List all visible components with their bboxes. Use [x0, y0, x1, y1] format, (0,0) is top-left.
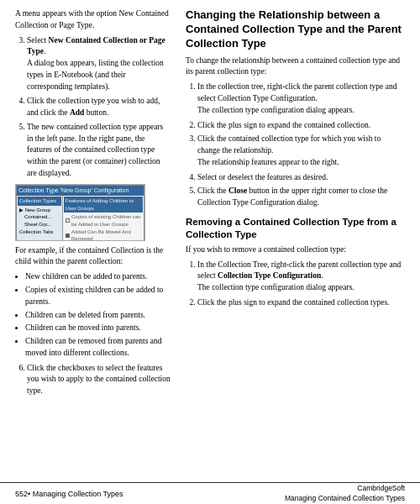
right-step2-1-sub: The collection type configuration dialog… [197, 282, 405, 294]
right-step-1-text: In the collection tree, right-click the … [197, 82, 396, 102]
right-step-1-sub: The collection type configuration dialog… [197, 105, 405, 117]
right-h3: Removing a Contained Collection Type fro… [186, 216, 405, 241]
step-3-text: Select New Contained Collection or Page … [27, 36, 165, 56]
bullet-3: Children can be deleted from parents. [25, 310, 171, 322]
left-step6-list: Click the checkboxes to select the featu… [15, 363, 171, 397]
step-3: Select New Contained Collection or Page … [27, 35, 171, 93]
bullet-5: Children can be removed from parents and… [25, 336, 171, 360]
left-column: A menu appears with the option New Conta… [15, 8, 179, 479]
right-step2-2: Click the plus sign to expand the contai… [197, 297, 405, 309]
content-area: A menu appears with the option New Conta… [0, 0, 420, 479]
ss-item-2: Contained... [18, 213, 61, 221]
step-5-text: The new contained collection type appear… [27, 123, 163, 177]
right-h3-intro: If you wish to remove a contained collec… [186, 244, 405, 256]
example-intro: For example, if the contained Collection… [15, 245, 171, 269]
step-5: The new contained collection type appear… [27, 122, 171, 180]
right-step2-1-text: In the Collection Tree, right-click the … [197, 260, 401, 281]
page-footer: 552• Managing Collection Types Cambridge… [0, 482, 420, 504]
right-steps-list: In the collection tree, right-click the … [186, 81, 405, 209]
footer-section: Managing Contained Collection Types [285, 494, 405, 503]
ss-item-1: ▶ New Group [18, 207, 61, 214]
ss-left-header: Collection Types [18, 197, 61, 206]
right-step-5: Click the Close button in the upper righ… [197, 186, 405, 209]
ss-titlebar: Collection Type 'New Group' Configuratio… [17, 186, 144, 196]
left-steps-list: Select New Contained Collection or Page … [15, 35, 171, 180]
step-4: Click the collection type you wish to ad… [27, 96, 171, 119]
right-step2-2-text: Click the plus sign to expand the contai… [197, 298, 389, 307]
screenshot-box: Collection Type 'New Group' Configuratio… [15, 184, 145, 241]
bullet-4: Children can be moved into parents. [25, 323, 171, 334]
page: A menu appears with the option New Conta… [0, 0, 420, 504]
right-step-4: Select or deselect the features as desir… [197, 172, 405, 184]
bullet-1: New children can be added to parents. [25, 271, 171, 283]
bullets-list: New children can be added to parents. Co… [15, 271, 171, 359]
right-heading: Changing the Relationship between a Cont… [186, 8, 405, 51]
right-step-3-text: Click the contained collection type for … [197, 134, 381, 155]
step-3-detail: A dialog box appears, listing the collec… [27, 58, 171, 92]
right-step-3-sub: The relationship features appear to the … [197, 157, 405, 169]
right-column: Changing the Relationship between a Cont… [179, 8, 405, 479]
right-step-1: In the collection tree, right-click the … [197, 81, 405, 116]
footer-left: 552• Managing Collection Types [15, 490, 123, 498]
step-6: Click the checkboxes to select the featu… [27, 363, 171, 397]
bullet-2: Copies of existing children can be added… [25, 285, 171, 308]
step-4-text: Click the collection type you wish to ad… [27, 97, 160, 117]
screenshot-inner: Collection Type 'New Group' Configuratio… [16, 185, 144, 240]
right-step-4-text: Select or deselect the features as desir… [197, 173, 328, 181]
ss-right-header: Features of Adding Children to User Grou… [64, 197, 143, 213]
right-step-2: Click the plus sign to expand the contai… [197, 120, 405, 132]
ss-item-4: Collection Tabs [18, 228, 61, 236]
right-intro: To change the relationship between a con… [186, 55, 405, 79]
right-step-2-text: Click the plus sign to expand the contai… [197, 121, 370, 129]
footer-company: CambridgeSoft [285, 484, 405, 493]
right-step2-1: In the Collection Tree, right-click the … [197, 260, 405, 294]
footer-right: CambridgeSoft Managing Contained Collect… [285, 484, 405, 502]
ss-check-2: Added Can Be Moved And Removed [64, 228, 143, 241]
ss-item-3: Sheet Grp... [18, 221, 61, 228]
ss-check-1: Copies of existing Children can be Added… [64, 213, 143, 228]
intro-text: A menu appears with the option New Conta… [15, 8, 171, 32]
right-steps2-list: In the Collection Tree, right-click the … [186, 260, 405, 309]
right-step-5-text: Click the Close button in the upper righ… [197, 186, 387, 207]
right-step-3: Click the contained collection type for … [197, 134, 405, 168]
